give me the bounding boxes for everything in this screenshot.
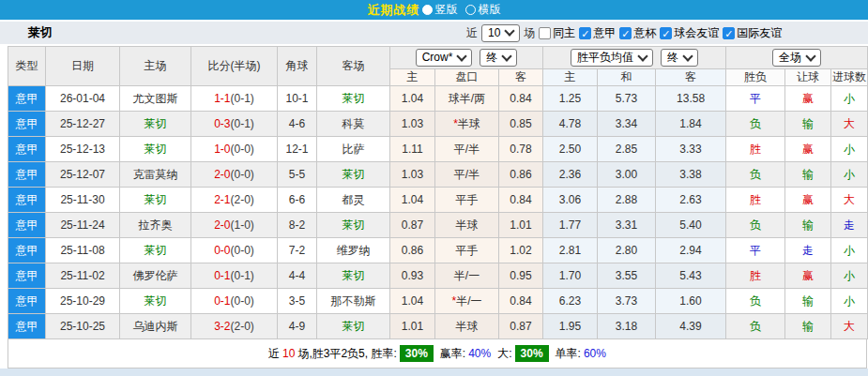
- handicap-controls: Crow* 终: [390, 47, 543, 69]
- recent-record-bar: 近期战绩 竖版 横版: [0, 0, 868, 20]
- sp-home-odds: 1.77: [543, 213, 598, 238]
- single-rate-value: 60%: [584, 347, 606, 360]
- away-team: 莱切: [317, 314, 390, 339]
- sp-away-odds: 2.63: [656, 188, 726, 213]
- filter-item-2[interactable]: ✓意杯: [619, 25, 656, 41]
- score-cell: 0-1(0-1): [191, 263, 278, 289]
- chevron-down-icon: [502, 51, 512, 61]
- result-wdl: 负: [726, 289, 785, 314]
- chevron-down-icon: [682, 51, 693, 61]
- avg-type-select[interactable]: 胜平负均值: [571, 49, 653, 67]
- table-row: 意甲 25-12-13 莱切 1-0(0-0) 12-1 比萨 1.11 平/半…: [8, 137, 868, 162]
- match-date: 25-12-13: [46, 137, 120, 162]
- ah-home-odds: 1.03: [390, 112, 435, 137]
- league-badge: 意甲: [8, 112, 46, 137]
- radio-vertical-selected[interactable]: [422, 5, 433, 15]
- ah-line: 半/一: [435, 263, 499, 289]
- result-goals: 小: [831, 137, 868, 162]
- subheader-sp-draw: 和: [598, 69, 656, 86]
- ah-home-odds: 1.04: [390, 289, 435, 314]
- ah-away-odds: 0.84: [499, 86, 543, 112]
- radio-vertical-label[interactable]: 竖版: [435, 2, 458, 18]
- score-cell: 1-1(0-1): [191, 86, 278, 112]
- ah-line: 平手: [435, 188, 499, 213]
- match-date: 25-11-02: [46, 263, 120, 289]
- result-handicap: 输: [785, 112, 831, 137]
- filter-item-4[interactable]: ✓国际友谊: [723, 25, 782, 41]
- home-team: 莱切: [120, 137, 191, 162]
- league-badge: 意甲: [8, 137, 46, 162]
- result-handicap: 输: [785, 162, 831, 188]
- win-odds-value: 40%: [468, 347, 491, 360]
- radio-horizontal[interactable]: [465, 5, 476, 15]
- average-controls: 胜平负均值 终: [543, 47, 726, 69]
- match-date: 25-11-08: [46, 238, 120, 263]
- checkbox-checked-icon[interactable]: ✓: [660, 27, 672, 39]
- checkbox-checked-icon[interactable]: ✓: [579, 27, 591, 39]
- result-handicap: 输: [785, 289, 831, 314]
- match-date: 25-12-27: [46, 112, 120, 137]
- ah-home-odds: 1.11: [390, 137, 435, 162]
- sp-home-odds: 2.50: [543, 137, 598, 162]
- checkbox-icon[interactable]: [539, 27, 551, 39]
- ah-home-odds: 0.86: [390, 238, 435, 263]
- scope-select[interactable]: 全场: [772, 49, 821, 67]
- big-rate-badge: 30%: [515, 345, 549, 362]
- home-team: 尤文图斯: [120, 86, 191, 112]
- sp-draw-odds: 3.73: [598, 289, 656, 314]
- league-badge: 意甲: [8, 86, 46, 112]
- ah-away-odds: 0.85: [499, 112, 543, 137]
- summary-count: 10: [282, 347, 295, 360]
- sp-home-odds: 1.70: [543, 263, 598, 289]
- corner-score: 3-5: [278, 289, 317, 314]
- ah-line: 半球: [435, 213, 499, 238]
- result-wdl: 平: [726, 86, 785, 112]
- match-date: 25-11-24: [46, 213, 120, 238]
- corner-score: 4-6: [278, 112, 317, 137]
- ah-line: 球半/两: [435, 86, 499, 112]
- home-team: 莱切: [120, 188, 191, 213]
- away-team: 维罗纳: [317, 238, 390, 263]
- avg-time-select[interactable]: 终: [661, 49, 698, 67]
- match-count-select[interactable]: 10: [481, 24, 520, 42]
- sp-away-odds: 4.39: [656, 314, 726, 339]
- score-cell: 3-2(2-0): [191, 314, 278, 339]
- radio-horizontal-label[interactable]: 横版: [479, 2, 501, 18]
- checkbox-checked-icon[interactable]: ✓: [619, 27, 632, 39]
- corner-score: 6-6: [278, 188, 317, 213]
- result-wdl: 胜: [726, 137, 785, 162]
- big-label: 大:: [497, 346, 511, 362]
- summary-bar: 近10场,胜3平2负5, 胜率: 30% 赢率:40% 大: 30% 单率:60…: [8, 339, 867, 368]
- ah-line: 平/半: [435, 162, 499, 188]
- away-team: 莱切: [317, 263, 390, 289]
- odds-source-select[interactable]: Crow*: [416, 49, 473, 67]
- score-cell: 0-1(0-0): [191, 289, 278, 314]
- summary-mid: 场,胜3平2负5, 胜率:: [297, 346, 396, 362]
- ah-line: 平/半: [435, 137, 499, 162]
- sp-draw-odds: 3.00: [598, 162, 656, 188]
- checkbox-checked-icon[interactable]: ✓: [723, 27, 735, 39]
- table-row: 意甲 25-11-02 佛罗伦萨 0-1(0-1) 4-4 莱切 0.93 半/…: [8, 263, 868, 289]
- league-badge: 意甲: [8, 213, 46, 238]
- away-team: 莱切: [317, 162, 390, 188]
- sp-draw-odds: 2.88: [598, 188, 656, 213]
- subheader-handicap-result: 让球: [785, 69, 831, 86]
- filter-item-3[interactable]: ✓球会友谊: [660, 25, 719, 41]
- corner-score: 5-5: [278, 162, 317, 188]
- table-row: 意甲 25-11-24 拉齐奥 2-0(1-0) 8-2 莱切 0.87 半球 …: [8, 213, 868, 238]
- result-wdl: 负: [726, 213, 785, 238]
- result-handicap: 赢: [785, 137, 831, 162]
- sp-draw-odds: 3.31: [598, 213, 656, 238]
- result-wdl: 平: [726, 238, 785, 263]
- ah-home-odds: 0.93: [390, 263, 435, 289]
- ah-away-odds: 1.01: [499, 213, 543, 238]
- match-date: 25-12-07: [46, 162, 120, 188]
- result-goals: 大: [831, 188, 868, 213]
- odds-time-select[interactable]: 终: [480, 49, 517, 67]
- header-date: 日期: [46, 47, 120, 86]
- result-goals: 大: [831, 112, 868, 137]
- filter-item-0[interactable]: 同主: [539, 25, 575, 41]
- filter-item-1[interactable]: ✓意甲: [579, 25, 616, 41]
- ah-line: 半球: [435, 314, 499, 339]
- away-team: 莱切: [317, 86, 390, 112]
